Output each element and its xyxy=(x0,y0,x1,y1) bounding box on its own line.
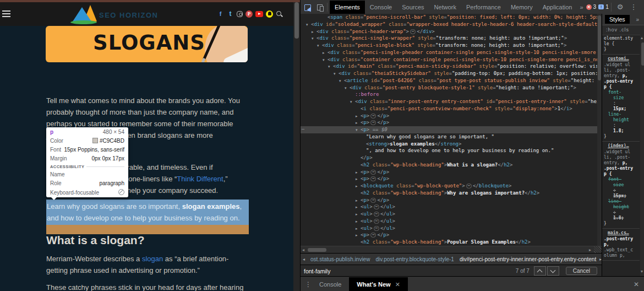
page-scrollbar-thumb[interactable] xyxy=(294,2,299,39)
dom-node[interactable]: ▸<ul>⋯</ul> xyxy=(301,218,602,225)
dom-node[interactable]: "Learn why good slogans are so important… xyxy=(301,133,602,141)
dom-node[interactable]: ▾<article id="post-64266" class="post ty… xyxy=(301,77,602,84)
dom-node[interactable]: <h2 class="wp-block-heading">Popular Slo… xyxy=(301,239,602,246)
expand-node-icon[interactable]: ⋯ xyxy=(370,176,376,181)
instagram-icon[interactable] xyxy=(237,11,243,17)
snapchat-icon[interactable] xyxy=(266,10,273,18)
dom-node[interactable]: <h2 class="wp-block-heading">Why are slo… xyxy=(301,190,602,197)
style-rule[interactable]: (index)….widget ul li, .post-entry, p, .… xyxy=(602,142,640,229)
more-tabs-chevron[interactable]: » xyxy=(577,4,586,10)
breadcrumb-item[interactable]: div.post-entry.blockquote-style-1 xyxy=(375,256,454,262)
device-toolbar-icon[interactable] xyxy=(316,3,325,12)
find-input[interactable]: font-family xyxy=(304,268,516,274)
dom-node[interactable]: ▾<div id="soledad_wrapper" class="wrappe… xyxy=(301,21,602,28)
dom-node[interactable]: ▸<p>⋯</p> xyxy=(301,112,602,120)
inspected-paragraph-highlight[interactable]: Learn why good slogans are so important,… xyxy=(46,200,249,225)
node-actions-icon[interactable]: ⋯ xyxy=(302,126,304,133)
dom-node[interactable]: <span class="pencino-iscroll-bar" style=… xyxy=(301,14,602,21)
expand-node-icon[interactable]: ⋯ xyxy=(374,219,379,224)
elements-vertical-scrollbar[interactable] xyxy=(597,14,602,246)
tab-styles[interactable]: Styles xyxy=(605,15,630,24)
dom-node[interactable]: ▸<p>⋯</p> xyxy=(301,175,602,182)
error-badge[interactable]: ✕3 xyxy=(586,4,597,10)
sidebar-more-tabs-icon[interactable]: » xyxy=(636,17,640,23)
dom-node[interactable]: </p> xyxy=(301,154,602,161)
expand-node-icon[interactable]: ⋯ xyxy=(370,170,376,175)
dom-node[interactable]: ▸<p>⋯</p> xyxy=(301,197,602,204)
stylesheet-link[interactable]: main.cs… xyxy=(604,230,640,236)
dom-node-selected[interactable]: ⋯▾<p> == $0 xyxy=(301,126,602,133)
expand-node-icon[interactable]: ⋯ xyxy=(370,114,376,118)
styles-scrollbar-thumb[interactable] xyxy=(641,42,644,66)
twitter-icon[interactable]: t xyxy=(227,10,234,18)
expand-node-icon[interactable]: ⋯ xyxy=(374,204,379,209)
dom-node[interactable]: <i class="penci-post-countview-number-ch… xyxy=(301,105,602,112)
tab-memory[interactable]: Memory xyxy=(506,1,538,14)
site-logo[interactable]: SEO HORIZON xyxy=(69,5,168,25)
tab-sources[interactable]: Sources xyxy=(397,1,429,14)
dom-node[interactable]: ▸<ul>⋯</ul> xyxy=(301,203,602,211)
dom-node[interactable]: ▸<p>⋯</p> xyxy=(301,169,602,176)
dom-node[interactable]: ▸<ul>⋯</ul> xyxy=(301,225,602,232)
scroll-left-arrow[interactable]: ◂ xyxy=(302,247,304,252)
elements-horizontal-scrollbar[interactable]: ◂ ▸ xyxy=(301,246,602,254)
styles-scrollbar[interactable]: ▴ ▾ xyxy=(640,35,644,276)
hamburger-menu-icon[interactable] xyxy=(2,10,10,17)
breadcrumb-item[interactable]: div#penci-post-entry-inner.inner-post-en… xyxy=(460,256,596,262)
expand-node-icon[interactable]: ⋯ xyxy=(370,233,376,238)
expand-node-icon[interactable]: ⋯ xyxy=(374,212,379,217)
devtools-menu-icon[interactable]: ⋮ xyxy=(626,3,640,11)
dom-node[interactable]: ▸<ul>⋯</ul> xyxy=(301,211,602,218)
page-scrollbar[interactable] xyxy=(293,2,300,291)
css-declaration[interactable]: line-height:1.8; xyxy=(604,112,640,134)
dom-node[interactable]: <strong>slogan examples</strong> xyxy=(301,141,602,148)
dom-node[interactable]: ", and how to develop one to help your b… xyxy=(301,147,602,154)
dom-node[interactable]: ▾<div class="container container-single … xyxy=(301,56,602,63)
facebook-icon[interactable]: f xyxy=(217,10,224,18)
dom-node[interactable]: ▸<p>⋯</p> xyxy=(301,231,602,239)
close-tab-icon[interactable]: ✕ xyxy=(395,281,400,288)
drawer-menu-icon[interactable]: ⋮ xyxy=(305,281,312,288)
search-icon[interactable] xyxy=(276,10,283,18)
dom-node[interactable]: ▸<div class="penci-single-pheader contai… xyxy=(301,49,602,56)
youtube-icon[interactable] xyxy=(255,11,263,17)
inspect-element-icon[interactable] xyxy=(304,3,313,12)
issues-badge[interactable]: !1 xyxy=(598,4,609,10)
scroll-up-arrow[interactable]: ▴ xyxy=(641,35,643,40)
tab-network[interactable]: Network xyxy=(429,1,461,14)
find-cancel-button[interactable]: Cancel xyxy=(566,267,597,275)
dom-node[interactable]: ▸<div class="penci-header-wrap">⋯</div> xyxy=(301,28,602,35)
dom-node[interactable]: ▸<blockquote class="wp-block-quote">⋯</b… xyxy=(301,182,602,190)
breadcrumb-item[interactable]: ost.status-publish.inview xyxy=(310,256,370,262)
css-declaration[interactable]: font-size:15px; xyxy=(604,177,640,199)
tab-application[interactable]: Application xyxy=(538,1,577,14)
dom-node[interactable]: ▾<div class="post-entry blockquote-style… xyxy=(301,84,602,91)
elements-tree-panel[interactable]: <span class="pencino-iscroll-bar" style=… xyxy=(301,14,602,246)
find-previous-button[interactable] xyxy=(534,266,546,276)
tab-performance[interactable]: Performance xyxy=(461,1,506,14)
text-link[interactable]: Think Different xyxy=(177,175,223,183)
css-declaration[interactable]: line-height:1.8; xyxy=(604,199,640,221)
expand-node-icon[interactable]: ⋯ xyxy=(370,120,376,125)
styles-filter-bar[interactable]: :hov .cls xyxy=(602,25,644,35)
h-scrollbar-thumb[interactable] xyxy=(308,248,326,252)
tab-elements[interactable]: Elements xyxy=(330,1,365,14)
stylesheet-link[interactable]: (index)… xyxy=(604,143,640,149)
dom-node[interactable]: ▸<p>⋯</p> xyxy=(301,119,602,126)
expand-node-icon[interactable]: ⋯ xyxy=(374,226,379,231)
dom-node[interactable]: ▾<div class="penci-single-block" style="… xyxy=(301,42,602,49)
settings-gear-icon[interactable]: ⚙ xyxy=(614,3,627,11)
dom-node[interactable]: ▾<div class="theiaStickySidebar" style="… xyxy=(301,70,602,77)
style-rule[interactable]: main.cs….post-entry p, .wpb_text_column … xyxy=(602,229,640,261)
dom-node[interactable]: ▾<div class="penci-single-wrapper" style… xyxy=(301,35,602,42)
scroll-down-arrow[interactable]: ▾ xyxy=(641,269,643,274)
tab-console[interactable]: Console xyxy=(365,1,397,14)
scroll-right-arrow[interactable]: ▸ xyxy=(589,247,591,252)
find-next-button[interactable] xyxy=(547,266,559,276)
dom-node[interactable]: ▾<div id="main" class="penci-main-sticky… xyxy=(301,63,602,70)
text-link[interactable]: slogan xyxy=(142,255,163,263)
pinterest-icon[interactable]: P xyxy=(245,10,253,18)
stylesheet-link[interactable]: customi… xyxy=(604,56,640,62)
drawer-tab-what-s-new[interactable]: What's New✕ xyxy=(349,277,408,291)
style-rule[interactable]: customi….widget ul li, .post-entry, p, .… xyxy=(602,55,640,142)
